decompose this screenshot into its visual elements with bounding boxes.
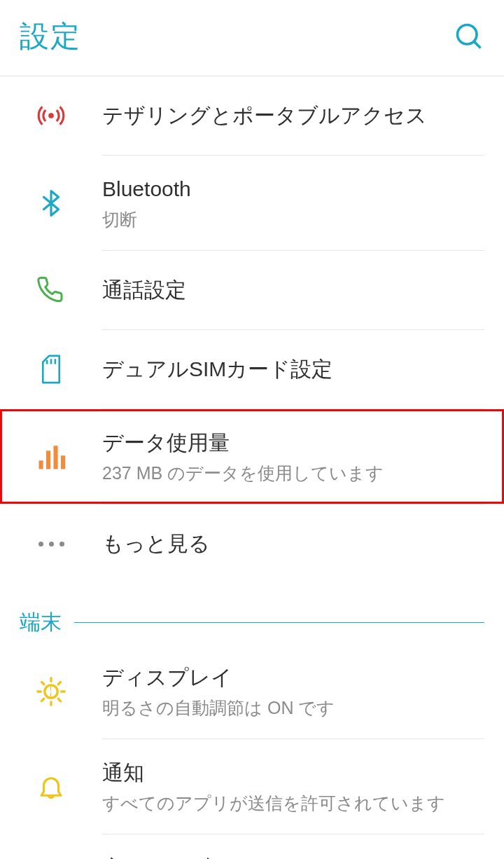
svg-point-0 xyxy=(458,25,477,45)
svg-rect-6 xyxy=(39,460,43,469)
item-dual-sim[interactable]: デュアルSIMカード設定 xyxy=(0,330,504,408)
item-text: もっと見る xyxy=(102,530,504,558)
item-call-settings[interactable]: 通話設定 xyxy=(0,251,504,329)
phone-icon xyxy=(0,276,102,304)
item-display[interactable]: ディスプレイ 明るさの自動調節は ON です xyxy=(0,644,504,738)
section-device: 端末 xyxy=(0,583,504,644)
svg-line-18 xyxy=(58,682,60,684)
section-label: 端末 xyxy=(20,608,62,637)
item-title: Bluetooth xyxy=(102,175,484,204)
item-subtitle: 明るさの自動調節は ON です xyxy=(102,696,484,720)
item-title: 通知 xyxy=(102,759,484,788)
item-text: 通話設定 xyxy=(102,276,504,305)
item-text: デュアルSIMカード設定 xyxy=(102,355,504,384)
svg-line-1 xyxy=(474,41,480,48)
bluetooth-icon xyxy=(0,188,102,218)
sim-card-icon xyxy=(0,354,102,385)
svg-point-2 xyxy=(48,113,54,118)
item-tethering[interactable]: テザリングとポータブルアクセス xyxy=(0,76,504,155)
item-title: テザリングとポータブルアクセス xyxy=(102,102,484,130)
bell-icon xyxy=(0,772,102,802)
svg-rect-7 xyxy=(46,451,50,469)
item-notifications[interactable]: 通知 すべてのアプリが送信を許可されています xyxy=(0,739,504,834)
item-subtitle: 切断 xyxy=(102,208,484,231)
settings-list: テザリングとポータブルアクセス Bluetooth 切断 通話設定 xyxy=(0,76,504,859)
tethering-icon xyxy=(0,101,102,130)
item-subtitle: 237 MB のデータを使用しています xyxy=(102,462,484,485)
item-title: データ使用量 xyxy=(102,429,484,458)
item-title: 音とバイブレーション xyxy=(102,854,484,859)
item-more[interactable]: もっと見る xyxy=(0,504,504,583)
page-title: 設定 xyxy=(20,17,81,56)
item-sound-vibration[interactable]: 音とバイブレーション マナーモード着信に設定 xyxy=(0,834,504,859)
item-title: デュアルSIMカード設定 xyxy=(102,355,484,384)
item-text: データ使用量 237 MB のデータを使用しています xyxy=(102,429,504,484)
svg-line-15 xyxy=(41,682,43,684)
section-line xyxy=(74,622,484,623)
item-title: ディスプレイ xyxy=(102,664,484,692)
svg-rect-8 xyxy=(54,446,58,469)
brightness-icon xyxy=(0,676,102,707)
item-text: Bluetooth 切断 xyxy=(102,175,504,231)
data-usage-icon xyxy=(0,442,102,472)
item-text: 通知 すべてのアプリが送信を許可されています xyxy=(102,759,504,814)
item-bluetooth[interactable]: Bluetooth 切断 xyxy=(0,156,504,250)
item-text: 音とバイブレーション マナーモード着信に設定 xyxy=(102,854,504,859)
item-text: ディスプレイ 明るさの自動調節は ON です xyxy=(102,664,504,719)
search-icon[interactable] xyxy=(454,21,484,52)
more-icon xyxy=(0,542,102,547)
header: 設定 xyxy=(0,0,504,76)
svg-line-16 xyxy=(58,699,60,701)
svg-rect-9 xyxy=(61,455,65,469)
svg-line-17 xyxy=(41,699,43,701)
item-data-usage[interactable]: データ使用量 237 MB のデータを使用しています xyxy=(0,409,504,504)
item-title: 通話設定 xyxy=(102,276,484,305)
item-text: テザリングとポータブルアクセス xyxy=(102,102,504,130)
item-subtitle: すべてのアプリが送信を許可されています xyxy=(102,792,484,815)
item-title: もっと見る xyxy=(102,530,484,558)
